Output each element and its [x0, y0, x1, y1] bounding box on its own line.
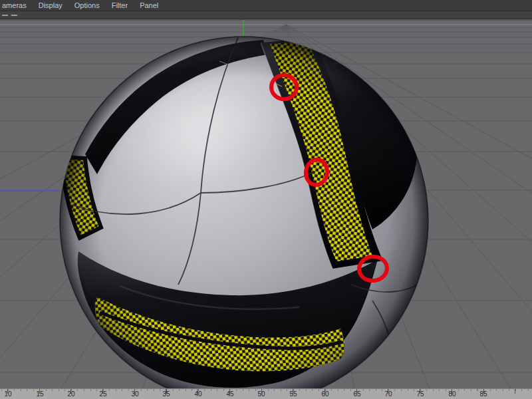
- ruler-label-85: 85: [479, 390, 487, 398]
- ruler-label-45: 45: [226, 390, 233, 398]
- dash-mark: [2, 15, 8, 16]
- menu-filter[interactable]: Filter: [106, 0, 134, 11]
- cinema4d-window: ameras Display Options Filter Panel 10 1…: [0, 0, 532, 399]
- ruler-label-20: 20: [67, 390, 74, 398]
- ruler-label-80: 80: [448, 390, 456, 398]
- menu-cameras[interactable]: ameras: [0, 0, 33, 11]
- ruler-label-10: 10: [4, 390, 11, 398]
- dash-mark: [11, 15, 17, 16]
- ruler-label-70: 70: [384, 390, 392, 398]
- ruler-label-50: 50: [257, 390, 265, 398]
- ruler-label-40: 40: [194, 390, 201, 398]
- viewport-tool-strip: [0, 11, 532, 19]
- menu-options[interactable]: Options: [68, 0, 106, 11]
- ball-rim-shading: [60, 37, 428, 399]
- ruler-label-30: 30: [131, 390, 138, 398]
- menu-panel[interactable]: Panel: [134, 0, 164, 11]
- ruler-label-75: 75: [416, 390, 424, 398]
- menu-display[interactable]: Display: [33, 0, 68, 11]
- ruler-label-25: 25: [99, 390, 106, 398]
- viewport-menu-bar: ameras Display Options Filter Panel: [0, 0, 532, 11]
- timeline-ruler[interactable]: 10 15 20 25 30 35 40 45 50 55 60 65 70 7…: [0, 388, 532, 399]
- ruler-label-55: 55: [289, 390, 297, 398]
- ruler-label-15: 15: [36, 390, 43, 398]
- ruler-label-60: 60: [321, 390, 329, 398]
- ruler-label-65: 65: [353, 390, 360, 398]
- ruler-label-35: 35: [162, 390, 170, 398]
- viewport-3d[interactable]: [0, 0, 532, 399]
